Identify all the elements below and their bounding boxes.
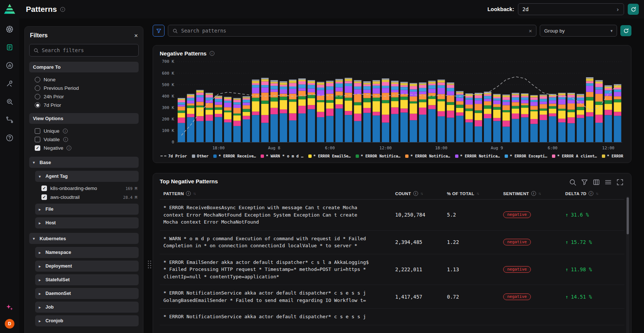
page-title-info-icon[interactable]: i	[60, 7, 65, 12]
filter-field-file[interactable]: ▸ File	[35, 204, 139, 215]
filter-value-label: k8s-onboarding-demo	[50, 186, 122, 191]
info-icon[interactable]: i	[63, 137, 68, 142]
legend-item-error-excepti[interactable]: * ERROR Excepti…	[505, 154, 547, 158]
arrow-up-icon: ↑	[565, 239, 568, 245]
pattern-row[interactable]: * ERROR NotificationService akka actor d…	[160, 309, 624, 325]
filter-field-namespace[interactable]: ▸ Namespace	[35, 247, 139, 258]
column-header-of-total[interactable]: % OF TOTAL ↑↓	[447, 191, 503, 196]
info-icon[interactable]: i	[186, 191, 191, 196]
help-icon[interactable]	[6, 134, 14, 142]
app-logo[interactable]	[3, 3, 16, 15]
pipelines-icon[interactable]	[6, 116, 14, 124]
filter-value-k8s-onboarding-demo[interactable]: ✓ k8s-onboarding-demo 169 M	[41, 184, 137, 192]
compare-option-previous-period[interactable]: Previous Period	[29, 84, 139, 92]
compare-option-none[interactable]: None	[29, 75, 139, 84]
pattern-row[interactable]: * ERROR NotificationService akka actor d…	[160, 285, 624, 309]
top-negative-patterns-card: Top Negative Patterns PATTERN i ↑↓ COUNT…	[153, 173, 631, 333]
negative-patterns-chart[interactable]: 0100 K200 K300 K400 K500 K600 K700 K18:0…	[160, 59, 624, 152]
column-header-delta-7d[interactable]: DELTA 7D i ↑↓	[565, 191, 621, 196]
legend-item-error-emailse[interactable]: * ERROR EmailSe…	[308, 154, 351, 158]
user-avatar[interactable]: D	[5, 319, 14, 329]
sort-icon[interactable]: ↑↓	[538, 191, 541, 196]
table-scrollbar-thumb[interactable]	[627, 197, 629, 234]
legend-item-error-receive[interactable]: * ERROR Receive…	[213, 154, 256, 158]
view-option-volatile[interactable]: Volatile i	[29, 135, 139, 144]
close-icon[interactable]: ×	[134, 33, 138, 39]
pattern-search-input[interactable]	[181, 28, 525, 34]
legend-item-error-notifica[interactable]: * ERROR Notifica…	[405, 154, 450, 158]
sort-icon[interactable]: ↑↓	[477, 191, 479, 196]
compare-option-24h-prior[interactable]: 24h Prior	[29, 92, 139, 101]
filter-value-aws-cloudtrail[interactable]: ✓ aws-cloudtrail 28.4 M	[41, 193, 137, 201]
pattern-row[interactable]: * WARN * o m d p command Execution of co…	[160, 231, 624, 254]
refresh-button[interactable]	[628, 4, 639, 15]
sort-icon[interactable]: ↑↓	[193, 191, 196, 196]
sentiment-badge: negative	[503, 239, 531, 245]
filter-field-statefulset[interactable]: ▸ StatefulSet	[35, 274, 139, 285]
compare-option-7d-prior[interactable]: 7d Prior	[29, 101, 139, 109]
filter-field-deployment[interactable]: ▸ Deployment	[35, 261, 139, 272]
table-list-icon[interactable]	[604, 178, 610, 184]
legend-item-error-notifica[interactable]: * ERROR Notifica…	[455, 154, 500, 158]
column-header-sentiment[interactable]: SENTIMENT i ↑↓	[503, 191, 565, 196]
legend-item-7d-prior[interactable]: 7d Prior	[160, 154, 187, 158]
field-label: DaemonSet	[45, 291, 71, 296]
table-filter-icon[interactable]	[580, 178, 587, 184]
chevron-right-icon: ▸	[39, 305, 43, 309]
fleet-icon[interactable]	[6, 43, 14, 51]
filters-body: Compare To None Previous Period 24h Prio…	[29, 62, 139, 326]
svg-text:6:00: 6:00	[548, 146, 557, 150]
column-header-count[interactable]: COUNT i ↑↓	[395, 191, 447, 196]
nav-rail-items	[6, 25, 14, 142]
group-by-select[interactable]: Group by ▾	[540, 25, 617, 37]
filter-toggle-button[interactable]	[153, 25, 165, 37]
column-label: PATTERN	[163, 191, 184, 196]
filter-field-agent-tag[interactable]: ▾ Agent Tag	[35, 171, 139, 182]
pattern-row[interactable]: * ERROR ReceiveBoxesAsync Exception with…	[160, 200, 624, 231]
legend-item-error-notifica[interactable]: * ERROR Notifica…	[356, 154, 400, 158]
filter-field-job[interactable]: ▸ Job	[35, 302, 139, 313]
legend-item-error-a-client[interactable]: * ERROR A client…	[552, 154, 597, 158]
sort-icon[interactable]: ↑↓	[596, 191, 599, 196]
info-icon[interactable]: i	[67, 146, 71, 150]
filter-field-daemonset[interactable]: ▸ DaemonSet	[35, 288, 139, 299]
info-icon[interactable]: i	[531, 191, 536, 196]
whats-new-sparkles-icon[interactable]	[6, 303, 14, 313]
dashboards-icon[interactable]	[6, 61, 14, 69]
table-search-icon[interactable]	[569, 178, 575, 184]
legend-swatch	[405, 154, 409, 158]
column-header-pattern[interactable]: PATTERN i ↑↓	[163, 191, 395, 196]
filter-field-cronjob[interactable]: ▸ Cronjob	[35, 315, 139, 326]
table-scrollbar	[626, 196, 629, 333]
filters-search-input[interactable]	[42, 47, 135, 53]
legend-swatch	[192, 154, 195, 158]
view-option-negative[interactable]: ✓ Negative i	[29, 144, 139, 152]
legend-item-other[interactable]: Other	[192, 154, 209, 158]
info-icon[interactable]: i	[413, 191, 418, 196]
nav-rail: D	[0, 0, 19, 333]
legend-item-warn-o-m-d[interactable]: * WARN * o m d …	[261, 154, 303, 158]
clear-search-icon[interactable]: ×	[529, 28, 532, 34]
tools-icon[interactable]	[6, 79, 14, 88]
chart-info-icon[interactable]: i	[210, 51, 214, 56]
filter-group-base[interactable]: ▾ Base	[29, 157, 139, 168]
table-expand-icon[interactable]	[616, 178, 622, 184]
view-option-unique[interactable]: Unique i	[29, 127, 139, 135]
refresh-button[interactable]	[620, 25, 631, 36]
info-icon[interactable]: i	[589, 191, 593, 196]
legend-swatch	[602, 154, 605, 158]
panel-resize-handle[interactable]	[148, 261, 151, 268]
pattern-row[interactable]: * ERROR EmailSender akka actor default d…	[160, 254, 624, 285]
filter-section-view-options[interactable]: View Options	[29, 113, 139, 124]
filter-section-compare-to[interactable]: Compare To	[29, 62, 139, 72]
lookback-select[interactable]: 2d ›	[518, 3, 624, 15]
radio-label: Previous Period	[44, 85, 79, 91]
sort-icon[interactable]: ↑↓	[420, 191, 423, 196]
filter-group-kubernetes[interactable]: ▾ Kubernetes	[29, 233, 139, 244]
helm-icon[interactable]	[6, 25, 14, 33]
table-columns-icon[interactable]	[592, 178, 599, 184]
filter-field-host[interactable]: ▸ Host	[35, 217, 139, 228]
info-icon[interactable]: i	[63, 129, 68, 133]
log-search-icon[interactable]	[6, 98, 14, 106]
legend-item-error-c-s[interactable]: * ERROR * c s …	[602, 154, 624, 158]
